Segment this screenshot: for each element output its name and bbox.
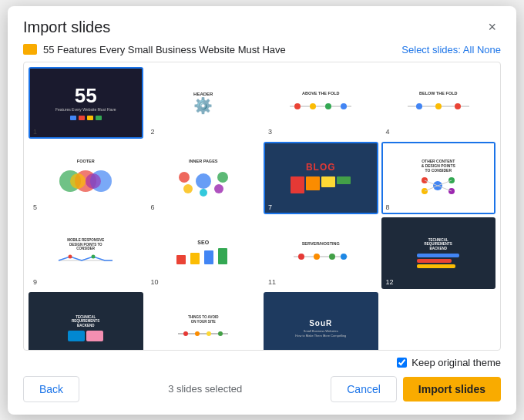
svg-rect-32 — [176, 255, 186, 264]
svg-point-43 — [195, 331, 200, 336]
svg-point-3 — [325, 103, 331, 109]
footer-row: Back 3 slides selected Cancel Import sli… — [23, 376, 501, 402]
keep-theme-checkbox[interactable] — [397, 358, 407, 368]
slide-number: 2 — [151, 128, 155, 136]
svg-point-14 — [196, 173, 211, 189]
slides-grid-container[interactable]: 55 Features Every Website Must Have 1 — [23, 62, 501, 351]
source-title: 55 Features Every Small Business Website… — [23, 44, 286, 55]
svg-rect-35 — [218, 248, 227, 264]
svg-point-8 — [455, 103, 461, 109]
slide-thumb[interactable]: INNER PAGES 6 — [146, 142, 261, 214]
svg-point-1 — [294, 103, 301, 109]
svg-point-44 — [207, 331, 211, 336]
back-button[interactable]: Back — [23, 376, 79, 402]
svg-point-4 — [341, 103, 347, 109]
svg-rect-33 — [190, 253, 200, 264]
footer-right-buttons: Cancel Import slides — [331, 376, 501, 402]
slide-thumb[interactable]: ABOVE THE FOLD 3 — [264, 67, 378, 139]
svg-point-2 — [310, 103, 316, 109]
cancel-button[interactable]: Cancel — [331, 376, 397, 402]
slide-number: 9 — [33, 278, 37, 286]
slide-number: 7 — [268, 203, 272, 211]
source-name: 55 Features Every Small Business Website… — [43, 44, 286, 55]
svg-rect-34 — [204, 250, 213, 264]
svg-point-6 — [416, 103, 422, 109]
slide-thumb[interactable]: TECHNICALREQUIREMENTSBACKEND 12 — [381, 217, 496, 290]
slide-number: 12 — [386, 278, 394, 286]
close-button[interactable]: × — [483, 18, 501, 35]
svg-point-38 — [314, 254, 320, 260]
slide-number: 6 — [151, 203, 155, 211]
slide-thumb[interactable]: SERVER/HOSTING 11 — [264, 217, 378, 290]
dialog-header: Import slides × — [23, 18, 501, 36]
keep-theme-label[interactable]: Keep original theme — [411, 357, 501, 368]
slide-thumb[interactable]: 55 Features Every Website Must Have 1 — [29, 67, 143, 139]
slide-thumb[interactable]: MOBILE RESPONSIVEDESIGN POINTS TOCONSIDE… — [29, 217, 143, 290]
svg-point-12 — [70, 173, 86, 189]
slide-number: 10 — [151, 278, 159, 286]
svg-point-37 — [298, 254, 304, 260]
slide-number: 1 — [33, 128, 37, 136]
source-row: 55 Features Every Small Business Website… — [23, 44, 501, 55]
select-slides-controls: Select slides: All None — [401, 44, 501, 55]
slide-thumb[interactable]: THINGS TO AVOIDON YOUR SITE 14 — [146, 292, 261, 350]
slide-thumb[interactable]: SouR Small Business WebsitesHow to Make … — [264, 292, 378, 350]
select-label: Select slides: — [401, 44, 461, 55]
svg-point-16 — [217, 172, 228, 183]
svg-point-45 — [218, 331, 223, 336]
svg-point-31 — [92, 254, 96, 258]
keep-theme-row: Keep original theme — [23, 357, 501, 368]
slide-thumb[interactable]: BELOW THE FOLD 4 — [381, 67, 496, 139]
bottom-area: Keep original theme Back 3 slides select… — [23, 357, 501, 402]
slide-icon — [23, 44, 37, 55]
slides-grid: 55 Features Every Website Must Have 1 — [24, 62, 500, 351]
svg-point-40 — [341, 254, 347, 260]
select-none-link[interactable]: None — [477, 44, 501, 55]
svg-point-30 — [69, 254, 72, 258]
svg-point-18 — [214, 184, 223, 193]
slide-number: 4 — [386, 128, 390, 136]
svg-point-42 — [183, 331, 188, 336]
slide-number: 8 — [386, 203, 390, 211]
slide-thumb[interactable]: BLOG 7 — [264, 142, 378, 214]
slide-thumb[interactable]: FOOTER 5 — [29, 142, 143, 214]
slide-thumb[interactable]: SEO 10 — [146, 217, 261, 290]
slide-number: 5 — [33, 203, 37, 211]
svg-point-19 — [200, 189, 207, 197]
slide-thumb[interactable]: HEADER ⚙️ 2 — [146, 67, 261, 139]
svg-point-13 — [86, 173, 101, 189]
slide-thumb[interactable]: TECHNICALREQUIREMENTSBACKEND 13 — [29, 292, 143, 350]
slide-number: 11 — [268, 278, 276, 286]
svg-point-15 — [179, 172, 190, 183]
dialog-title: Import slides — [23, 18, 110, 36]
slide-number: 3 — [268, 128, 272, 136]
svg-point-39 — [329, 254, 335, 260]
slides-selected-text: 3 slides selected — [168, 383, 242, 395]
svg-point-7 — [435, 103, 442, 109]
svg-point-17 — [183, 184, 193, 193]
import-button[interactable]: Import slides — [403, 377, 501, 402]
slide-thumb[interactable]: OTHER CONTENT& DESIGN POINTSTO CONSIDER — [381, 142, 496, 214]
select-all-link[interactable]: All — [463, 44, 474, 55]
import-slides-dialog: Import slides × 55 Features Every Small … — [8, 6, 516, 415]
